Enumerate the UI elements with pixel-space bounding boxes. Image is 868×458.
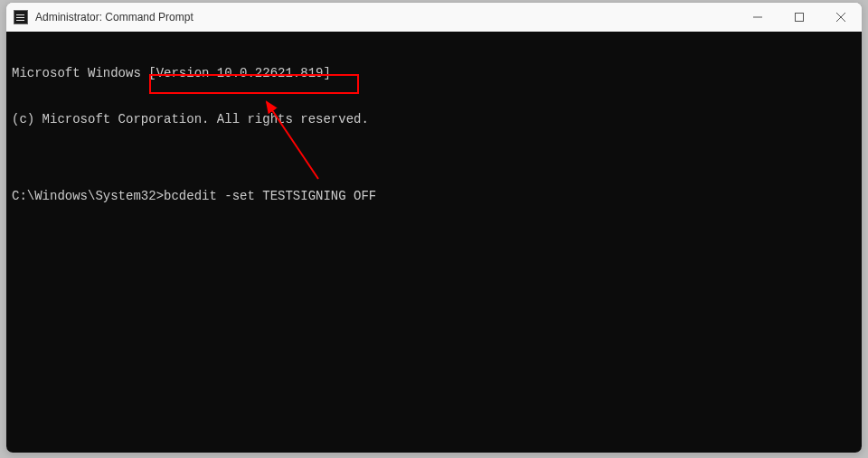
annotation-arrow (6, 32, 863, 453)
cmd-icon (14, 10, 28, 24)
window-controls (737, 3, 862, 32)
copyright-line: (c) Microsoft Corporation. All rights re… (12, 112, 856, 127)
window-title: Administrator: Command Prompt (35, 11, 737, 23)
minimize-button[interactable] (737, 3, 778, 32)
maximize-button[interactable] (778, 3, 820, 32)
svg-rect-1 (796, 14, 804, 22)
command-line: C:\Windows\System32>bcdedit -set TESTSIG… (12, 189, 856, 204)
titlebar[interactable]: Administrator: Command Prompt (6, 3, 862, 32)
command-prompt-window: Administrator: Command Prompt Microsoft … (5, 2, 863, 453)
terminal-area[interactable]: Microsoft Windows [Version 10.0.22621.81… (6, 32, 862, 453)
command-input[interactable]: bcdedit -set TESTSIGNING OFF (164, 189, 376, 203)
prompt-text: C:\Windows\System32> (12, 189, 164, 203)
close-button[interactable] (820, 3, 862, 32)
version-line: Microsoft Windows [Version 10.0.22621.81… (12, 66, 856, 81)
